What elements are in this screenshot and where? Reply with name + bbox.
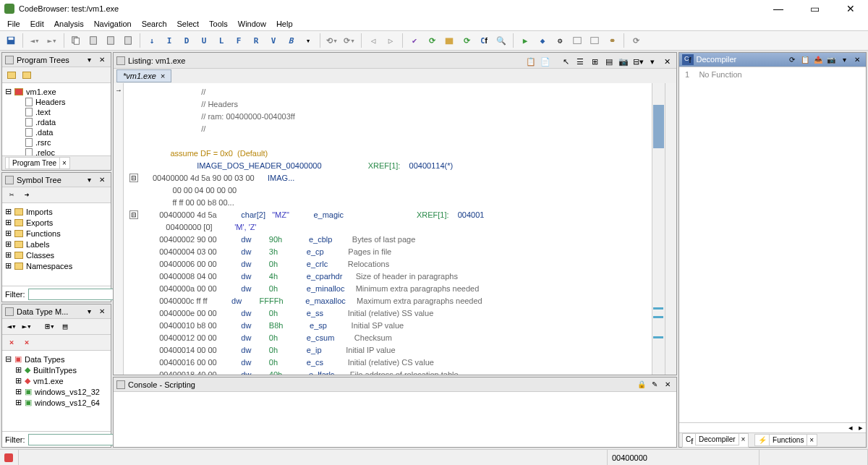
paste-icon[interactable] — [85, 33, 101, 48]
v-button[interactable]: V — [265, 33, 281, 48]
symbol-tree[interactable]: ⊞Imports ⊞Exports ⊞Functions ⊞Labels ⊞Cl… — [2, 203, 111, 286]
copy-icon[interactable]: 📋 — [524, 54, 537, 67]
tab-decompiler[interactable]: Cf Decompiler × — [682, 433, 749, 448]
layout3-icon[interactable]: ▤ — [603, 54, 616, 67]
refresh2-icon[interactable]: ⟳ — [459, 33, 475, 48]
menu-file[interactable]: File — [3, 18, 25, 30]
package-icon[interactable] — [441, 33, 457, 48]
tree-item[interactable]: .rsrc — [35, 138, 51, 147]
r-button[interactable]: R — [248, 33, 264, 48]
redo-icon[interactable]: ⟳▾ — [341, 33, 357, 48]
copy-icon[interactable] — [68, 33, 84, 48]
export-icon[interactable]: 📤 — [812, 54, 824, 66]
undo-icon[interactable]: ⟲▾ — [324, 33, 340, 48]
go-icon[interactable]: ➜ — [20, 189, 33, 202]
l-button[interactable]: L — [213, 33, 229, 48]
tree-item[interactable]: Classes — [26, 251, 54, 260]
fwd-icon[interactable]: ►▾ — [20, 320, 33, 333]
save-button[interactable] — [3, 33, 19, 48]
tab-close-icon[interactable]: × — [161, 72, 165, 80]
camera-icon[interactable]: 📷 — [617, 54, 630, 67]
tree-item[interactable]: .rdata — [35, 118, 56, 127]
program-tree-tab[interactable]: Program Tree × — [5, 157, 70, 169]
close-icon[interactable]: ✕ — [851, 54, 863, 66]
scrollbar[interactable] — [665, 83, 676, 375]
tree-icon[interactable]: ⊞▾ — [43, 320, 56, 333]
tree-item[interactable]: Labels — [26, 240, 49, 249]
tree-item[interactable]: Headers — [35, 98, 66, 106]
link-icon[interactable]: ⚭ — [604, 33, 620, 48]
paste-icon[interactable]: 📄 — [539, 54, 552, 67]
prev-icon[interactable]: ◁ — [365, 33, 381, 48]
panel-close-icon[interactable]: ✕ — [96, 174, 108, 186]
cf-icon[interactable]: Cf — [476, 33, 492, 48]
panel-menu-icon[interactable]: ▾ — [83, 174, 95, 186]
menu-search[interactable]: Search — [137, 18, 171, 30]
edit-icon[interactable]: ✎ — [649, 379, 660, 391]
program-tree[interactable]: ⊟vm1.exe Headers .text .rdata .data .rsr… — [2, 83, 111, 155]
tree-item[interactable]: windows_vs12_64 — [35, 398, 100, 407]
x2-icon[interactable]: ⨯ — [20, 336, 33, 349]
split-icon[interactable]: ⊟▾ — [631, 54, 644, 67]
panel-close-icon[interactable]: ✕ — [96, 54, 108, 66]
next-icon[interactable]: ▷ — [383, 33, 399, 48]
menu-icon[interactable]: ▾ — [646, 54, 659, 67]
f-button[interactable]: F — [231, 33, 247, 48]
refresh-icon[interactable]: ⟳ — [786, 54, 798, 66]
tree-item[interactable]: windows_vs12_32 — [35, 388, 100, 396]
listing-body[interactable]: // // Headers // ram: 00400000-004003ff … — [124, 83, 652, 375]
maximize-button[interactable]: ▭ — [801, 3, 827, 14]
search-icon[interactable]: 🔍 — [493, 33, 509, 48]
cursor-icon[interactable]: ↖ — [559, 54, 572, 67]
panel-menu-icon[interactable]: ▾ — [83, 54, 95, 66]
clip2-icon[interactable] — [120, 33, 136, 48]
b-button[interactable]: B — [283, 33, 299, 48]
menu-analysis[interactable]: Analysis — [50, 18, 88, 30]
tree-item[interactable]: vm1.exe — [33, 377, 64, 385]
down-arrow-icon[interactable]: ↓ — [144, 33, 160, 48]
data-type-tree[interactable]: ⊟▣Data Types ⊞◆BuiltInTypes ⊞◆vm1.exe ⊞▣… — [2, 351, 111, 431]
minimize-button[interactable]: — — [765, 3, 791, 14]
stop-icon[interactable] — [4, 453, 13, 462]
tree-item[interactable]: .reloc — [35, 148, 55, 155]
clip1-icon[interactable] — [103, 33, 119, 48]
menu-edit[interactable]: Edit — [26, 18, 48, 30]
tree-item[interactable]: BuiltInTypes — [33, 366, 77, 375]
menu-select[interactable]: Select — [173, 18, 204, 30]
refresh3-icon[interactable]: ⟳ — [628, 33, 644, 48]
copy-icon[interactable]: 📋 — [799, 54, 811, 66]
run-icon[interactable]: ▶ — [517, 33, 533, 48]
layout2-icon[interactable]: ⊞ — [588, 54, 601, 67]
menu-tools[interactable]: Tools — [205, 18, 232, 30]
tree-root[interactable]: Data Types — [25, 355, 64, 364]
gear-icon[interactable]: ⚙ — [552, 33, 568, 48]
cut-icon[interactable]: ✂ — [5, 189, 18, 202]
menu-window[interactable]: Window — [234, 18, 271, 30]
panel-menu-icon[interactable]: ▾ — [83, 306, 95, 317]
panel1-icon[interactable] — [569, 33, 585, 48]
panel2-icon[interactable] — [587, 33, 603, 48]
snap-icon[interactable]: 📷 — [825, 54, 837, 66]
tab-functions[interactable]: ⚡ Functions × — [754, 434, 817, 446]
overview-ruler[interactable] — [652, 83, 665, 375]
check-icon[interactable]: ✔ — [407, 33, 422, 48]
open-folder-icon[interactable] — [20, 69, 33, 82]
layout1-icon[interactable]: ☰ — [574, 54, 587, 67]
decompiler-body[interactable]: 1 No Function — [679, 67, 866, 422]
back-icon[interactable]: ◄▾ — [5, 320, 18, 333]
close-button[interactable]: ✕ — [838, 3, 864, 14]
i-button[interactable]: I — [161, 33, 177, 48]
refresh1-icon[interactable]: ⟳ — [424, 33, 440, 48]
back-button[interactable]: ◄▾ — [27, 33, 43, 48]
tree-item[interactable]: Namespaces — [26, 262, 72, 270]
tree-item[interactable]: .text — [35, 108, 51, 116]
d-button[interactable]: D — [179, 33, 195, 48]
dropdown-icon[interactable]: ▾ — [300, 33, 316, 48]
lock-icon[interactable]: 🔒 — [636, 379, 647, 391]
tree-item[interactable]: Functions — [26, 229, 61, 238]
tree-root[interactable]: vm1.exe — [26, 88, 56, 96]
x1-icon[interactable]: ⨯ — [5, 336, 18, 349]
filter-btn-icon[interactable]: ▤ — [59, 320, 72, 333]
forward-button[interactable]: ►▾ — [44, 33, 60, 48]
bookmark-icon[interactable]: ◆ — [535, 33, 550, 48]
